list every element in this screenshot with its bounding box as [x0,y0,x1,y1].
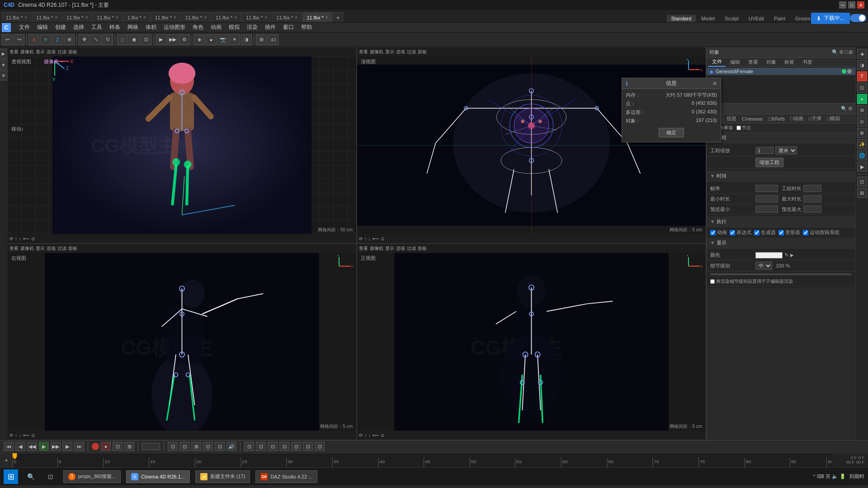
tl-render-active[interactable]: ⊡ [256,442,266,451]
tab-10[interactable]: 11.fbx *× [302,12,332,22]
menu-render[interactable]: 渲染 [243,23,261,32]
tool-z[interactable]: Z [52,34,63,45]
taskbar-search-icon[interactable]: 🔍 [24,469,38,484]
top-tab-sculpt[interactable]: Sculpt [720,15,743,22]
taskbar-folder[interactable]: 📁 新建文件夹 (17) [195,470,250,483]
object-tree[interactable]: ▶ Genesis8Female [707,67,855,103]
tab-6[interactable]: 11.fbx *× [181,12,211,22]
timeline-ruler[interactable]: ◆ 0 5 10 15 20 25 30 35 [0,453,868,467]
vp1-menu-view[interactable]: 查看 [9,49,19,55]
vp4-menu-panel[interactable]: 面板 [418,245,427,252]
vp2-btn1[interactable]: ⟳ [359,236,363,241]
keyframe-slider[interactable] [710,273,852,275]
vp3-menu-view[interactable]: 查看 [9,245,19,252]
vp1-menu-panel[interactable]: 面板 [68,49,77,55]
gen-check[interactable]: 生成器 [754,229,776,236]
tl-to-start[interactable]: ⏮ [4,442,14,451]
section-execute[interactable]: ▼ 执行 [707,216,855,227]
ricon-gear[interactable]: ⚙ [857,105,867,115]
tab-9[interactable]: 11.fbx *× [272,12,302,22]
tab-0[interactable]: 11.fbx *× [2,12,31,22]
ricon-extra[interactable]: ⊞ [857,188,867,198]
tool-tag[interactable]: 🏷 [268,34,278,45]
vp2-btn4[interactable]: ⟵ [373,236,379,241]
vp2-menu-camera[interactable]: 摄像机 [370,49,383,55]
checkbox-use-editor[interactable] [710,279,715,284]
checkbox-motion[interactable] [803,230,808,235]
tl-play-back[interactable]: ◀◀ [27,442,37,451]
top-tab-model[interactable]: Model [697,15,719,22]
tl-record-btn[interactable] [92,443,99,450]
obj-tab-bookmark[interactable]: 书签 [799,58,816,66]
minimize-button[interactable]: ─ [839,1,846,9]
vp3-menu-panel[interactable]: 面板 [68,245,77,252]
obj-panel-expand[interactable]: ⊞ [849,49,853,55]
menu-mesh[interactable]: 网格 [124,23,142,32]
vp1-menu-options[interactable]: 选项 [47,49,56,55]
ricon-plug[interactable]: ⊕ [857,128,867,138]
use-editor-check[interactable]: 将渲染细节级别设置用于子编辑器渲染 [710,278,793,285]
ricon-fx[interactable]: ✨ [857,139,867,149]
obj-panel-gear[interactable]: ⚙ [839,49,844,55]
checkbox-deform[interactable] [778,230,784,235]
tl-render-pic[interactable]: ⊡ [315,442,325,451]
tool-rotate[interactable]: ↻ [102,34,113,45]
props-tab-bullet[interactable]: □子弹 [806,114,825,123]
top-tab-standard[interactable]: Standard [667,15,696,22]
vp4-menu-camera[interactable]: 摄像机 [370,245,383,252]
toggle-switch[interactable] [850,14,866,22]
checkbox-expr[interactable] [730,230,735,235]
tool-snap[interactable]: ⊡ [141,34,151,45]
tab-4[interactable]: 1.fbx *× [123,12,150,22]
vp2-btn3[interactable]: ↓ [368,236,371,241]
tl-next-frame[interactable]: ▶ [62,442,72,451]
check-nodes[interactable]: 节点 [736,125,751,131]
vp3-menu-camera[interactable]: 摄像机 [20,245,34,252]
vp1-menu-camera[interactable]: 摄像机 [20,49,34,55]
vp2-menu-options[interactable]: 选项 [396,49,405,55]
tool-x[interactable]: X [28,34,39,45]
vp3-btn4[interactable]: ⟵ [23,433,29,438]
vp4-menu-display[interactable]: 显示 [385,245,394,252]
expr-check[interactable]: 表达式 [730,229,751,236]
tool-render-view[interactable]: ▶ [156,34,166,45]
taskbar-taskview-icon[interactable]: ⊡ [43,469,58,484]
tool-scale[interactable]: ⤡ [90,34,101,45]
vp2-menu-filter[interactable]: 过滤 [407,49,416,55]
vp3-menu-options[interactable]: 选项 [47,245,56,252]
menu-spline[interactable]: 样条 [106,23,124,32]
info-close-button[interactable]: ✕ [712,80,717,87]
tl-expand[interactable]: ⊞ [191,442,201,451]
viewport-front[interactable]: 查看 摄像机 显示 选项 过滤 面板 正视图 X Y CG模型主 [357,244,706,440]
vp2-btn2[interactable]: ↑ [364,236,367,241]
vp4-btn4[interactable]: ⟵ [373,433,379,438]
ricon-text[interactable]: T [857,71,867,81]
fps-input[interactable]: 30 [755,185,778,192]
windows-start-button[interactable]: ⊞ [4,469,18,484]
tab-5[interactable]: 11.fbx *× [151,12,180,22]
ricon-green[interactable]: ● [857,94,867,104]
vp4-menu-view[interactable]: 查看 [359,245,368,252]
color-swatch[interactable] [755,252,783,258]
menu-volume[interactable]: 体积 [142,23,160,32]
menu-file[interactable]: 文件 [15,23,33,32]
section-time[interactable]: ▼ 时间 [707,171,855,182]
vp1-btn5[interactable]: ⊙ [31,236,35,241]
viewport-perspective[interactable]: 查看 摄像机 显示 选项 过滤 面板 透视视图 摄像机→ 移动↕ [7,47,357,244]
deform-check[interactable]: 变形器 [778,229,800,236]
vp3-menu-display[interactable]: 显示 [36,245,45,252]
close-button[interactable]: ✕ [857,1,864,9]
tool-cam[interactable]: 📷 [217,34,228,45]
tab-2[interactable]: 11.fbx *× [62,12,92,22]
menu-tools[interactable]: 工具 [88,23,106,32]
tool-mat[interactable]: ◑ [241,34,252,45]
checkbox-nodes[interactable] [736,126,741,130]
tl-auto-key[interactable]: ⊡ [113,442,123,451]
tool-y[interactable]: Y [40,34,51,45]
tl-play-fwd[interactable]: ▶▶ [51,442,61,451]
info-ok-button[interactable]: 确定 [659,128,684,137]
tl-ruler-content[interactable]: 0 5 10 15 20 25 30 35 40 45 50 [13,453,832,467]
download-button[interactable]: ⬇ 下载中... [811,13,850,24]
vp1-btn2[interactable]: ↑ [15,236,17,241]
props-tab-xrefs[interactable]: □XRefs [765,115,788,122]
